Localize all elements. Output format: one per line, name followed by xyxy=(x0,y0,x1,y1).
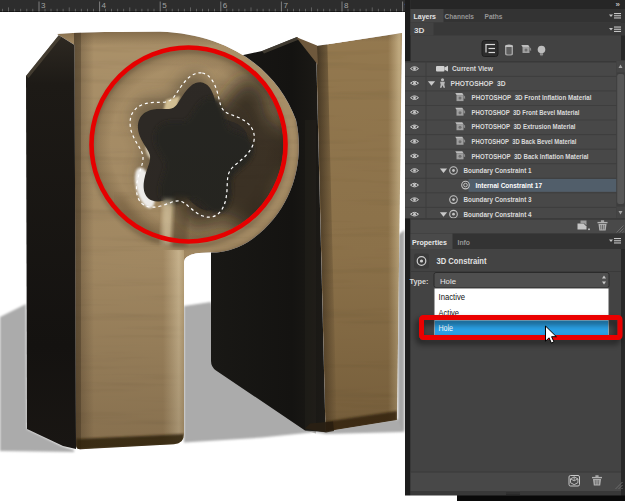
svg-text:PHOTOSHOP 3D Back Inflation M: PHOTOSHOP 3D Back Inflation Material xyxy=(472,152,589,161)
svg-text:Hole: Hole xyxy=(440,277,456,286)
svg-text:PHOTOSHOP 3D Front Inflation: PHOTOSHOP 3D Front Inflation Material xyxy=(472,93,592,102)
svg-text:Boundary Constraint 3: Boundary Constraint 3 xyxy=(464,195,532,204)
svg-text:Boundary Constraint 1: Boundary Constraint 1 xyxy=(464,166,532,175)
svg-text:Hole: Hole xyxy=(439,324,454,333)
svg-text:Channels: Channels xyxy=(445,12,475,21)
svg-text:3D Constraint: 3D Constraint xyxy=(437,257,487,266)
svg-text:3D: 3D xyxy=(414,26,425,35)
svg-text:4: 4 xyxy=(102,1,107,10)
svg-text:Properties: Properties xyxy=(412,238,448,247)
svg-text:»: » xyxy=(616,0,621,9)
svg-text:PHOTOSHOP 3D Back Bevel Mater: PHOTOSHOP 3D Back Bevel Material xyxy=(472,137,577,146)
svg-text:Layers: Layers xyxy=(414,12,437,21)
svg-text:Info: Info xyxy=(458,238,471,247)
svg-text:5: 5 xyxy=(162,1,167,10)
svg-text:Paths: Paths xyxy=(485,12,504,21)
svg-text:8: 8 xyxy=(344,1,349,10)
svg-text:PHOTOSHOP 3D Extrusion Materi: PHOTOSHOP 3D Extrusion Material xyxy=(472,122,576,131)
svg-text:PHOTOSHOP 3D: PHOTOSHOP 3D xyxy=(451,79,507,88)
svg-text:Type:: Type: xyxy=(410,277,429,286)
svg-text:PHOTOSHOP 3D Front Bevel Mate: PHOTOSHOP 3D Front Bevel Material xyxy=(472,108,580,117)
svg-text:Boundary Constraint 4: Boundary Constraint 4 xyxy=(464,210,533,219)
svg-text:Inactive: Inactive xyxy=(439,293,466,302)
svg-text:7: 7 xyxy=(283,1,288,10)
svg-text:Current View: Current View xyxy=(452,64,493,73)
svg-text:3: 3 xyxy=(41,1,46,10)
svg-text:Internal Constraint 17: Internal Constraint 17 xyxy=(476,181,543,190)
svg-text:6: 6 xyxy=(223,1,228,10)
